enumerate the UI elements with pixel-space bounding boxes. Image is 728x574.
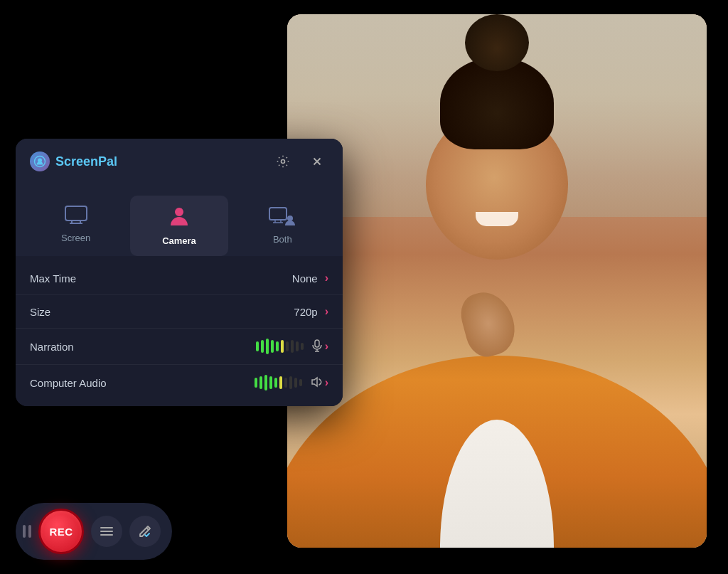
camera-preview (287, 14, 707, 548)
settings-section: Max Time None › Size 720p › Narration (16, 256, 343, 406)
menu-button[interactable] (91, 516, 122, 547)
max-time-chevron: › (325, 272, 328, 285)
narration-bar-10 (301, 343, 304, 350)
pause-bar-left (23, 525, 26, 538)
tab-camera-label: Camera (162, 235, 196, 246)
pause-button[interactable] (23, 525, 31, 538)
edit-button[interactable] (129, 516, 161, 547)
bottom-bar: REC (16, 503, 172, 560)
svg-rect-5 (65, 206, 87, 220)
computer-bar-10 (299, 379, 302, 386)
computer-bar-8 (289, 376, 292, 389)
narration-bar-7 (286, 341, 289, 351)
computer-bar-9 (294, 378, 297, 388)
narration-bar-5 (276, 341, 279, 351)
app-panel: ScreenPal (16, 139, 343, 406)
svg-point-2 (282, 160, 285, 164)
tab-both-label: Both (273, 234, 292, 245)
brand-screen: Screen (55, 154, 98, 169)
narration-bar-4 (271, 340, 274, 353)
computer-audio-label: Computer Audio (30, 377, 129, 389)
svg-point-14 (287, 216, 293, 221)
brand-name: ScreenPal (55, 154, 117, 169)
max-time-label: Max Time (30, 272, 129, 285)
setting-size[interactable]: Size 720p › (16, 295, 343, 329)
tab-camera[interactable]: Camera (130, 196, 228, 256)
size-label: Size (30, 306, 129, 318)
narration-chevron: › (325, 340, 328, 353)
rec-label: REC (49, 526, 73, 538)
screen-icon (65, 206, 87, 227)
mode-tabs: Screen Camera (16, 184, 343, 256)
computer-bar-2 (259, 376, 262, 389)
computer-audio-meter (255, 375, 302, 390)
setting-computer-audio[interactable]: Computer Audio › (16, 365, 343, 400)
pause-bar-right (28, 525, 31, 538)
computer-bar-4 (269, 376, 272, 389)
narration-bar-1 (256, 341, 259, 351)
narration-bar-6 (281, 340, 284, 353)
computer-bar-6 (279, 376, 282, 389)
setting-max-time[interactable]: Max Time None › (16, 262, 343, 295)
hair-bun (465, 14, 529, 71)
computer-bar-7 (284, 378, 287, 388)
tab-screen[interactable]: Screen (27, 196, 124, 256)
settings-button[interactable] (272, 150, 294, 173)
tab-both[interactable]: Both (234, 196, 331, 256)
panel-header: ScreenPal (16, 139, 343, 184)
brand-pal: Pal (98, 154, 117, 169)
both-icon (269, 206, 296, 228)
brand-logo (30, 152, 50, 171)
computer-bar-1 (255, 378, 257, 388)
svg-point-9 (175, 208, 183, 216)
camera-person-icon (169, 206, 189, 230)
narration-bar-9 (296, 341, 299, 351)
size-value: 720p (294, 306, 317, 318)
setting-narration[interactable]: Narration › (16, 329, 343, 365)
header-actions (272, 150, 328, 173)
computer-audio-chevron: › (325, 376, 328, 389)
narration-label: Narration (30, 341, 129, 353)
max-time-value: None (292, 272, 318, 285)
computer-bar-3 (264, 375, 267, 390)
svg-rect-10 (269, 208, 287, 220)
smile-highlight (476, 212, 518, 226)
narration-bar-2 (261, 340, 264, 353)
brand: ScreenPal (30, 152, 117, 171)
tab-screen-label: Screen (61, 233, 90, 243)
computer-bar-5 (274, 378, 277, 388)
svg-rect-15 (315, 340, 319, 347)
narration-meter (256, 339, 304, 354)
narration-bar-3 (266, 339, 269, 354)
speaker-icon (311, 376, 322, 390)
record-button[interactable]: REC (38, 509, 84, 554)
narration-bar-8 (291, 340, 294, 353)
mic-icon (312, 339, 322, 354)
size-chevron: › (325, 305, 328, 318)
close-button[interactable] (306, 150, 328, 173)
